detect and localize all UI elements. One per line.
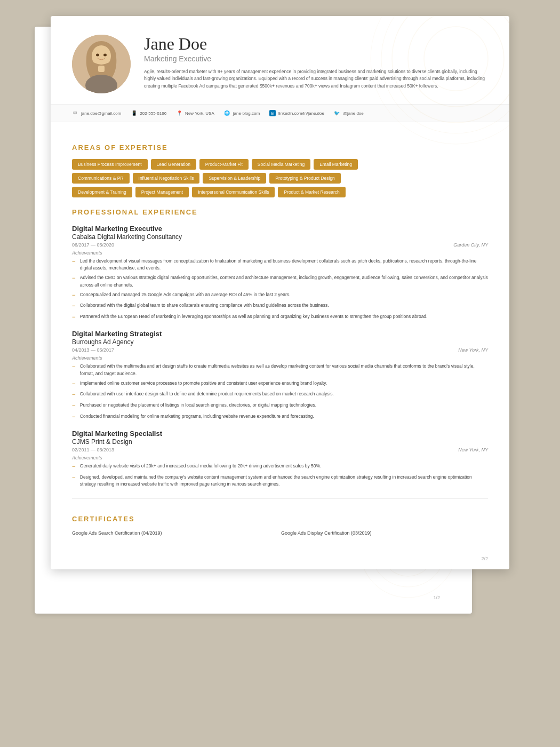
certificates-title: CERTIFICATES (72, 515, 488, 523)
linkedin-icon: in (269, 110, 276, 116)
contact-phone: 📱 202-555-0166 (131, 110, 166, 116)
expertise-tag: Interpersonal Communication Skills (192, 187, 275, 197)
achievement-text: Partnered with the European Head of Mark… (80, 313, 428, 320)
candidate-name: Jane Doe (144, 35, 488, 53)
job-title: Digital Marketing Specialist (72, 430, 488, 438)
expertise-title: AREAS OF EXPERTISE (72, 144, 488, 152)
achievement-item: −Implemented online customer service pro… (72, 380, 488, 388)
achievements-label: Achievements (72, 355, 488, 361)
experience-title: PROFESSIONAL EXPERIENCE (72, 208, 488, 216)
expertise-tag: Lead Generation (151, 159, 196, 170)
achievements-label: Achievements (72, 250, 488, 256)
certificates-section: CERTIFICATES Google Ads Search Certifica… (72, 498, 488, 536)
email-icon: ✉ (72, 110, 78, 116)
achievement-text: Collaborated with the multimedia and art… (80, 363, 488, 377)
contact-linkedin: in linkedin.com/in/jane.doe (269, 110, 324, 116)
contact-email: ✉ jane.doe@gmail.com (72, 110, 121, 116)
achievement-dash: − (72, 363, 76, 371)
job-location: Garden City, NY (453, 242, 488, 248)
job-location: New York, NY (458, 347, 488, 353)
header: Jane Doe Marketing Executive Agile, resu… (51, 16, 509, 104)
expertise-tag: Email Marketing (314, 159, 358, 170)
achievement-dash: − (72, 302, 76, 311)
expertise-tag: Social Media Marketing (252, 159, 310, 170)
main-page: Jane Doe Marketing Executive Agile, resu… (51, 16, 509, 569)
expertise-section: AREAS OF EXPERTISE Business Process Impr… (72, 144, 488, 197)
expertise-tag: Project Management (135, 187, 189, 197)
achievement-item: −Collaborated with user interface design… (72, 391, 488, 399)
achievement-item: −Advised the CMO on various strategic di… (72, 274, 488, 288)
achievement-item: −Collaborated with the digital global te… (72, 302, 488, 311)
avatar (72, 35, 131, 93)
achievement-text: Implemented online customer service proc… (80, 380, 327, 387)
contact-website: 🌐 jane-blog.com (224, 110, 260, 116)
achievement-item: −Conducted financial modeling for online… (72, 413, 488, 422)
expertise-tag: Influential Negotiation Skills (133, 173, 200, 184)
achievement-item: −Partnered with the European Head of Mar… (72, 313, 488, 322)
achievement-dash: − (72, 258, 76, 266)
achievement-dash: − (72, 413, 76, 422)
achievement-dash: − (72, 313, 76, 322)
avatar-container (72, 35, 131, 93)
achievement-dash: − (72, 402, 76, 410)
expertise-tag: Prototyping & Product Design (269, 173, 341, 184)
job-location: New York, NY (458, 447, 488, 452)
location-icon: 📍 (176, 110, 182, 116)
main-content: AREAS OF EXPERTISE Business Process Impr… (51, 122, 509, 552)
website-icon: 🌐 (224, 110, 230, 116)
achievement-text: Purchased or negotiated the placement of… (80, 402, 316, 409)
achievements-label: Achievements (72, 455, 488, 460)
achievement-item: −Led the development of visual messages … (72, 258, 488, 272)
svg-rect-12 (98, 66, 105, 72)
achievement-dash: − (72, 380, 76, 388)
svg-point-15 (103, 54, 107, 57)
job-company: Burroughs Ad Agency (72, 338, 488, 346)
cert-item: Google Ads Display Certification (03/201… (281, 530, 488, 536)
job-meta: 02/2011 — 03/2013New York, NY (72, 447, 488, 452)
achievement-text: Collaborated with the digital global tea… (80, 302, 329, 309)
cert-container: Google Ads Search Certification (04/2019… (72, 530, 488, 536)
job-meta: 04/2013 — 05/2017New York, NY (72, 347, 488, 353)
achievement-dash: − (72, 391, 76, 399)
job-entry: Digital Marketing StrategistBurroughs Ad… (72, 330, 488, 421)
expertise-tag: Product-Market Fit (199, 159, 249, 170)
job-company: Cabalsa Digital Marketing Consultancy (72, 233, 488, 241)
expertise-tag: Business Process Improvement (72, 159, 148, 170)
achievement-item: −Generated daily website visits of 20k+ … (72, 463, 488, 471)
twitter-icon: 🐦 (334, 110, 340, 116)
main-page-number: 2/2 (51, 552, 509, 569)
candidate-title: Marketing Executive (144, 54, 488, 63)
job-entry: Digital Marketing SpecialistCJMS Print &… (72, 430, 488, 488)
achievement-text: Conceptualized and managed 25 Google Ads… (80, 291, 291, 298)
achievement-item: −Purchased or negotiated the placement o… (72, 402, 488, 410)
job-meta: 06/2017 — 05/2020Garden City, NY (72, 242, 488, 248)
contact-location: 📍 New York, USA (176, 110, 214, 116)
achievement-text: Conducted financial modeling for online … (80, 413, 314, 420)
achievement-text: Generated daily website visits of 20k+ a… (80, 463, 322, 470)
experience-section: PROFESSIONAL EXPERIENCE Digital Marketin… (72, 208, 488, 488)
job-company: CJMS Print & Design (72, 438, 488, 446)
job-dates: 06/2017 — 05/2020 (72, 242, 114, 248)
expertise-tag: Communications & PR (72, 173, 130, 184)
back-page-number: 1/2 (412, 591, 461, 608)
expertise-tag: Product & Market Research (278, 187, 345, 197)
job-title: Digital Marketing Executive (72, 225, 488, 233)
job-title: Digital Marketing Strategist (72, 330, 488, 338)
achievement-item: −Designed, developed, and maintained the… (72, 474, 488, 488)
jobs-container: Digital Marketing ExecutiveCabalsa Digit… (72, 225, 488, 488)
achievement-text: Collaborated with user interface design … (80, 391, 334, 398)
achievement-dash: − (72, 463, 76, 471)
achievement-text: Led the development of visual messages f… (80, 258, 488, 272)
job-dates: 02/2011 — 03/2013 (72, 447, 114, 452)
achievement-dash: − (72, 274, 76, 283)
svg-point-14 (96, 54, 99, 57)
cert-item: Google Ads Search Certification (04/2019… (72, 530, 279, 536)
contact-twitter: 🐦 @jane.doe (334, 110, 364, 116)
achievement-item: −Conceptualized and managed 25 Google Ad… (72, 291, 488, 300)
achievement-text: Designed, developed, and maintained the … (80, 474, 488, 488)
tags-row: Development & TrainingProject Management… (72, 187, 488, 197)
achievement-text: Advised the CMO on various strategic dig… (80, 274, 488, 288)
achievement-dash: − (72, 474, 76, 482)
job-entry: Digital Marketing ExecutiveCabalsa Digit… (72, 225, 488, 321)
header-info: Jane Doe Marketing Executive Agile, resu… (144, 35, 488, 90)
